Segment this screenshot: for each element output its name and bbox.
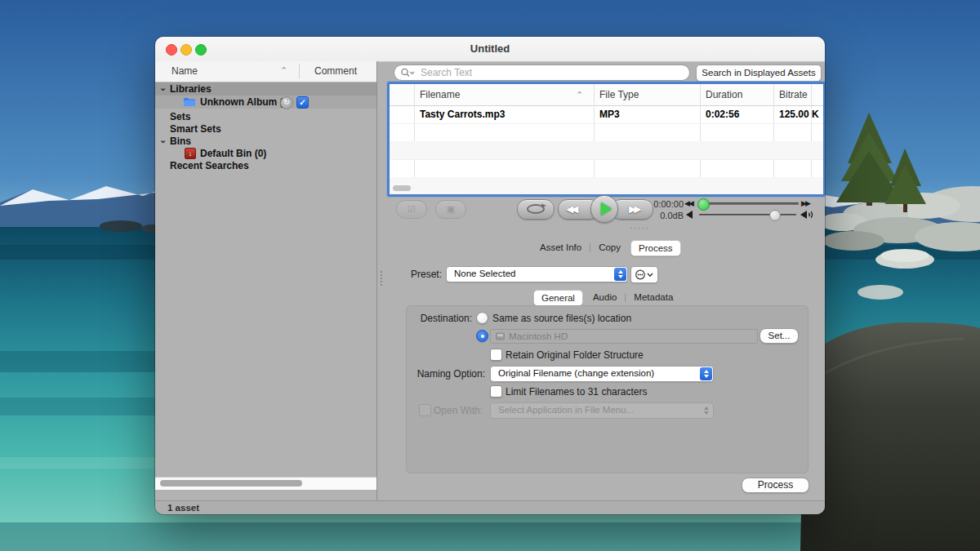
destination-path: Macintosh HD xyxy=(509,330,568,343)
asset-table[interactable]: Filename ⌃ File Type Duration Bitrate Ta… xyxy=(390,84,823,194)
preset-actions-button[interactable] xyxy=(630,266,658,283)
tab-separator xyxy=(625,293,626,302)
title-bar[interactable]: Untitled xyxy=(155,37,825,62)
open-with-dropdown[interactable]: Select Application in File Menu... xyxy=(490,402,714,419)
button-label: Process xyxy=(758,479,793,491)
preset-dropdown[interactable]: None Selected xyxy=(446,266,628,282)
sidebar-item-label: Libraries xyxy=(170,82,212,96)
retain-folder-checkbox[interactable] xyxy=(490,349,502,361)
naming-option-dropdown[interactable]: Original Filename (change extension) xyxy=(490,366,714,382)
set-button[interactable]: Set... xyxy=(760,328,799,344)
sidebar-item-recent-searches[interactable]: Recent Searches xyxy=(155,159,376,172)
sync-icon[interactable]: ↻ xyxy=(280,96,293,109)
checkbox-label[interactable]: Limit Filenames to 31 characters xyxy=(506,386,647,398)
tab-process[interactable]: Process xyxy=(630,240,681,256)
search-displayed-assets-button[interactable]: Search in Displayed Assets xyxy=(696,64,822,82)
destination-path-field[interactable]: Macintosh HD xyxy=(490,329,758,344)
sidebar-item-default-bin[interactable]: ↓ Default Bin (0) xyxy=(155,147,376,160)
tab-audio[interactable]: Audio xyxy=(586,290,624,304)
col-bitrate[interactable]: Bitrate xyxy=(779,84,808,105)
column-name[interactable]: Name xyxy=(172,65,198,77)
sidebar-item-bins[interactable]: ⌄ Bins xyxy=(155,135,376,148)
destination-same-location-radio[interactable] xyxy=(476,312,488,324)
table-header[interactable]: Filename ⌃ File Type Duration Bitrate xyxy=(390,84,823,106)
volume-max-icon[interactable] xyxy=(800,210,815,220)
play-icon xyxy=(601,202,612,216)
radio-label[interactable]: Same as source files(s) location xyxy=(492,313,631,324)
sidebar-horizontal-scrollbar[interactable] xyxy=(155,477,376,490)
status-bar: 1 asset xyxy=(155,500,825,514)
mark-button[interactable]: ☑ xyxy=(396,200,427,219)
table-row-empty[interactable] xyxy=(390,159,823,178)
sidebar-item-sets[interactable]: Sets xyxy=(155,110,376,123)
stepper-icon xyxy=(614,268,626,281)
skip-back-icon[interactable]: ◀◀ xyxy=(684,199,693,207)
transport-drag-handle[interactable]: ····· xyxy=(615,223,664,233)
open-with-value: Select Application in File Menu... xyxy=(498,403,697,417)
loop-icon xyxy=(525,203,546,215)
col-file-type[interactable]: File Type xyxy=(599,84,639,105)
export-button[interactable]: ▣ xyxy=(435,200,466,219)
sidebar-item-label: Bins xyxy=(170,135,191,148)
sidebar-item-libraries[interactable]: ⌄ Libraries xyxy=(155,82,376,96)
main-tab-bar: Asset Info Copy Process xyxy=(532,240,681,256)
destination-label: Destination: xyxy=(400,313,472,324)
volume-slider-track[interactable] xyxy=(699,214,796,216)
open-with-label: Open With: xyxy=(434,405,483,416)
scrollbar-thumb[interactable] xyxy=(160,480,302,487)
table-row-empty[interactable] xyxy=(390,141,823,160)
sidebar-column-header[interactable]: Name ⌃ Comment xyxy=(155,61,376,82)
checkmark-icon: ☑ xyxy=(408,204,416,214)
search-icon[interactable] xyxy=(400,68,415,78)
naming-option-label: Naming Option: xyxy=(400,368,485,380)
button-label: Set... xyxy=(768,331,791,340)
table-horizontal-scrollbar-thumb[interactable] xyxy=(393,185,411,191)
search-input[interactable] xyxy=(419,66,684,79)
forward-icon: ▶▶ xyxy=(629,201,639,218)
column-divider[interactable] xyxy=(299,64,300,78)
volume-slider-knob[interactable] xyxy=(769,210,781,221)
desktop: Untitled Name ⌃ Comment ⌄ Libraries Unkn… xyxy=(0,0,980,551)
loop-button[interactable] xyxy=(517,199,555,220)
album-checkbox[interactable]: ✓ xyxy=(296,96,309,109)
open-with-checkbox[interactable] xyxy=(419,404,431,416)
app-window: Untitled Name ⌃ Comment ⌄ Libraries Unkn… xyxy=(155,37,825,514)
table-row-empty[interactable] xyxy=(390,177,823,194)
play-button[interactable] xyxy=(590,195,618,223)
table-row[interactable]: Tasty Carrots.mp3 MP3 0:02:56 125.00 K xyxy=(390,105,823,124)
disk-icon xyxy=(496,332,505,340)
cell-bitrate: 125.00 K xyxy=(779,105,819,123)
col-filename[interactable]: Filename xyxy=(420,84,460,105)
folder-icon xyxy=(184,97,195,106)
sidebar-item-label: Default Bin (0) xyxy=(200,147,266,160)
column-comment[interactable]: Comment xyxy=(314,65,357,77)
chevron-down-icon[interactable]: ⌄ xyxy=(159,133,167,146)
tab-asset-info[interactable]: Asset Info xyxy=(532,240,589,255)
sidebar-item-smart-sets[interactable]: Smart Sets xyxy=(155,122,376,136)
volume-min-icon[interactable] xyxy=(686,211,694,219)
sidebar: Name ⌃ Comment ⌄ Libraries Unknown Album… xyxy=(155,61,376,501)
destination-custom-radio[interactable] xyxy=(476,330,488,342)
position-slider-knob[interactable] xyxy=(697,198,710,211)
chevron-down-icon[interactable]: ⌄ xyxy=(159,81,167,94)
divider-drag-handle[interactable] xyxy=(381,271,382,273)
limit-filenames-checkbox[interactable] xyxy=(490,385,502,398)
sidebar-item-label: Recent Searches xyxy=(170,159,249,172)
checkbox-label[interactable]: Retain Original Folder Structure xyxy=(506,349,644,361)
tab-metadata[interactable]: Metadata xyxy=(626,290,680,304)
cell-file-type: MP3 xyxy=(599,105,620,123)
table-row-empty[interactable] xyxy=(390,123,823,142)
skip-forward-icon[interactable]: ▶▶ xyxy=(801,199,809,207)
ellipsis-circle-icon xyxy=(635,269,654,280)
position-slider-track[interactable] xyxy=(699,202,799,205)
tab-copy[interactable]: Copy xyxy=(591,240,628,255)
tab-general[interactable]: General xyxy=(533,290,583,306)
sidebar-item-unknown-album[interactable]: Unknown Album (1) ↻ ✓ xyxy=(155,96,376,109)
sidebar-item-label: Sets xyxy=(170,110,190,123)
process-button[interactable]: Process xyxy=(742,478,809,493)
col-duration[interactable]: Duration xyxy=(706,84,742,105)
search-field[interactable] xyxy=(394,64,690,81)
sort-asc-icon: ⌃ xyxy=(576,84,583,105)
pane-divider[interactable] xyxy=(376,61,377,501)
sort-asc-icon[interactable]: ⌃ xyxy=(280,65,287,76)
